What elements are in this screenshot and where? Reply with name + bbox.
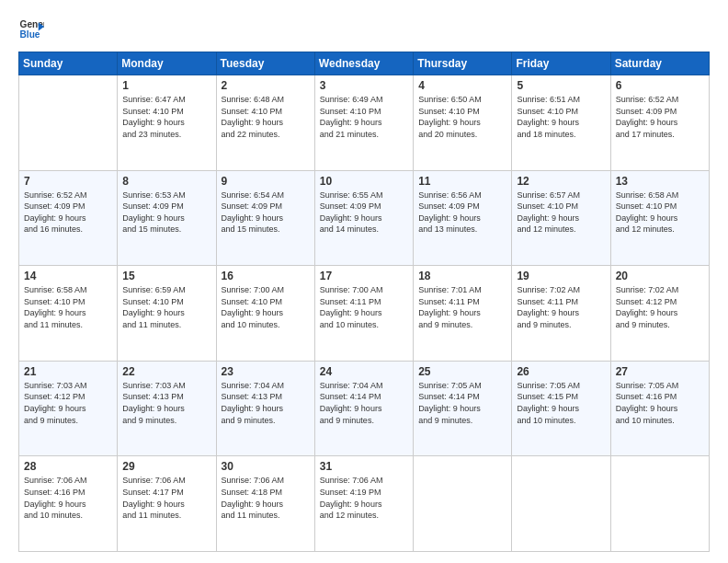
day-info: Sunrise: 7:00 AM Sunset: 4:10 PM Dayligh… [222, 284, 310, 330]
week-row-1: 1Sunrise: 6:47 AM Sunset: 4:10 PM Daylig… [19, 75, 710, 171]
day-number: 7 [24, 175, 112, 188]
calendar-cell: 28Sunrise: 7:06 AM Sunset: 4:16 PM Dayli… [19, 456, 118, 552]
day-number: 25 [418, 365, 506, 378]
day-number: 10 [320, 175, 408, 188]
day-number: 30 [222, 460, 310, 473]
calendar-cell: 10Sunrise: 6:55 AM Sunset: 4:09 PM Dayli… [314, 170, 413, 266]
calendar-cell: 6Sunrise: 6:52 AM Sunset: 4:09 PM Daylig… [610, 75, 709, 171]
page: General Blue SundayMondayTuesdayWednesda… [0, 0, 728, 563]
day-info: Sunrise: 6:51 AM Sunset: 4:10 PM Dayligh… [517, 94, 605, 140]
day-number: 6 [616, 79, 704, 92]
day-info: Sunrise: 6:50 AM Sunset: 4:10 PM Dayligh… [418, 94, 506, 140]
calendar-cell: 25Sunrise: 7:05 AM Sunset: 4:14 PM Dayli… [414, 361, 512, 456]
day-number: 22 [122, 365, 210, 378]
day-info: Sunrise: 6:52 AM Sunset: 4:09 PM Dayligh… [24, 190, 112, 236]
calendar-cell: 19Sunrise: 7:02 AM Sunset: 4:11 PM Dayli… [512, 266, 610, 362]
day-info: Sunrise: 7:06 AM Sunset: 4:18 PM Dayligh… [222, 475, 310, 521]
day-info: Sunrise: 6:59 AM Sunset: 4:10 PM Dayligh… [122, 284, 210, 330]
calendar-cell [414, 456, 512, 552]
calendar-cell: 30Sunrise: 7:06 AM Sunset: 4:18 PM Dayli… [216, 456, 314, 552]
weekday-header-thursday: Thursday [414, 52, 512, 75]
calendar-cell: 4Sunrise: 6:50 AM Sunset: 4:10 PM Daylig… [414, 75, 512, 171]
day-info: Sunrise: 6:55 AM Sunset: 4:09 PM Dayligh… [320, 190, 408, 236]
calendar-cell: 12Sunrise: 6:57 AM Sunset: 4:10 PM Dayli… [512, 170, 610, 266]
day-info: Sunrise: 7:03 AM Sunset: 4:12 PM Dayligh… [24, 380, 112, 426]
day-number: 19 [517, 270, 605, 282]
calendar-cell: 8Sunrise: 6:53 AM Sunset: 4:09 PM Daylig… [118, 170, 216, 266]
day-info: Sunrise: 7:05 AM Sunset: 4:16 PM Dayligh… [616, 380, 704, 426]
calendar-cell [19, 75, 118, 171]
day-info: Sunrise: 6:58 AM Sunset: 4:10 PM Dayligh… [616, 190, 704, 236]
header: General Blue [18, 17, 710, 42]
calendar-cell: 1Sunrise: 6:47 AM Sunset: 4:10 PM Daylig… [118, 75, 216, 171]
day-number: 29 [122, 460, 210, 473]
calendar-cell: 22Sunrise: 7:03 AM Sunset: 4:13 PM Dayli… [118, 361, 216, 456]
day-number: 11 [418, 175, 506, 188]
day-info: Sunrise: 7:01 AM Sunset: 4:11 PM Dayligh… [418, 284, 506, 330]
day-number: 16 [222, 270, 310, 282]
calendar-cell: 16Sunrise: 7:00 AM Sunset: 4:10 PM Dayli… [216, 266, 314, 362]
calendar-cell: 17Sunrise: 7:00 AM Sunset: 4:11 PM Dayli… [314, 266, 413, 362]
day-number: 12 [517, 175, 605, 188]
day-info: Sunrise: 7:05 AM Sunset: 4:15 PM Dayligh… [517, 380, 605, 426]
day-info: Sunrise: 6:56 AM Sunset: 4:09 PM Dayligh… [418, 190, 506, 236]
weekday-header-tuesday: Tuesday [216, 52, 314, 75]
day-number: 18 [418, 270, 506, 282]
day-info: Sunrise: 7:02 AM Sunset: 4:11 PM Dayligh… [517, 284, 605, 330]
day-number: 13 [616, 175, 704, 188]
weekday-header-saturday: Saturday [610, 52, 709, 75]
svg-text:Blue: Blue [20, 29, 40, 40]
day-number: 4 [418, 79, 506, 92]
logo-icon: General Blue [18, 17, 44, 42]
calendar-cell [512, 456, 610, 552]
calendar-cell: 23Sunrise: 7:04 AM Sunset: 4:13 PM Dayli… [216, 361, 314, 456]
day-info: Sunrise: 7:06 AM Sunset: 4:19 PM Dayligh… [320, 475, 408, 521]
day-number: 21 [24, 365, 112, 378]
day-number: 2 [222, 79, 310, 92]
day-number: 20 [616, 270, 704, 282]
calendar-cell: 5Sunrise: 6:51 AM Sunset: 4:10 PM Daylig… [512, 75, 610, 171]
weekday-header-sunday: Sunday [19, 52, 118, 75]
day-info: Sunrise: 7:00 AM Sunset: 4:11 PM Dayligh… [320, 284, 408, 330]
day-info: Sunrise: 6:54 AM Sunset: 4:09 PM Dayligh… [222, 190, 310, 236]
day-info: Sunrise: 6:57 AM Sunset: 4:10 PM Dayligh… [517, 190, 605, 236]
day-number: 5 [517, 79, 605, 92]
calendar-table: SundayMondayTuesdayWednesdayThursdayFrid… [18, 52, 710, 552]
day-info: Sunrise: 7:06 AM Sunset: 4:17 PM Dayligh… [122, 475, 210, 521]
calendar-cell: 13Sunrise: 6:58 AM Sunset: 4:10 PM Dayli… [610, 170, 709, 266]
day-number: 27 [616, 365, 704, 378]
weekday-header-friday: Friday [512, 52, 610, 75]
weekday-header-monday: Monday [118, 52, 216, 75]
day-number: 8 [122, 175, 210, 188]
week-row-2: 7Sunrise: 6:52 AM Sunset: 4:09 PM Daylig… [19, 170, 710, 266]
calendar-cell: 29Sunrise: 7:06 AM Sunset: 4:17 PM Dayli… [118, 456, 216, 552]
day-number: 3 [320, 79, 408, 92]
calendar-cell: 26Sunrise: 7:05 AM Sunset: 4:15 PM Dayli… [512, 361, 610, 456]
day-info: Sunrise: 6:49 AM Sunset: 4:10 PM Dayligh… [320, 94, 408, 140]
day-info: Sunrise: 6:58 AM Sunset: 4:10 PM Dayligh… [24, 284, 112, 330]
weekday-header-wednesday: Wednesday [314, 52, 413, 75]
calendar-cell: 24Sunrise: 7:04 AM Sunset: 4:14 PM Dayli… [314, 361, 413, 456]
day-info: Sunrise: 7:02 AM Sunset: 4:12 PM Dayligh… [616, 284, 704, 330]
week-row-3: 14Sunrise: 6:58 AM Sunset: 4:10 PM Dayli… [19, 266, 710, 362]
calendar-cell: 7Sunrise: 6:52 AM Sunset: 4:09 PM Daylig… [19, 170, 118, 266]
day-info: Sunrise: 6:52 AM Sunset: 4:09 PM Dayligh… [616, 94, 704, 140]
day-number: 26 [517, 365, 605, 378]
week-row-5: 28Sunrise: 7:06 AM Sunset: 4:16 PM Dayli… [19, 456, 710, 552]
calendar-cell [610, 456, 709, 552]
day-info: Sunrise: 7:03 AM Sunset: 4:13 PM Dayligh… [122, 380, 210, 426]
calendar-cell: 3Sunrise: 6:49 AM Sunset: 4:10 PM Daylig… [314, 75, 413, 171]
day-number: 1 [122, 79, 210, 92]
day-info: Sunrise: 7:06 AM Sunset: 4:16 PM Dayligh… [24, 475, 112, 521]
day-info: Sunrise: 7:04 AM Sunset: 4:13 PM Dayligh… [222, 380, 310, 426]
day-number: 15 [122, 270, 210, 282]
day-number: 28 [24, 460, 112, 473]
logo: General Blue [18, 17, 44, 42]
day-number: 23 [222, 365, 310, 378]
calendar-cell: 27Sunrise: 7:05 AM Sunset: 4:16 PM Dayli… [610, 361, 709, 456]
day-info: Sunrise: 7:05 AM Sunset: 4:14 PM Dayligh… [418, 380, 506, 426]
week-row-4: 21Sunrise: 7:03 AM Sunset: 4:12 PM Dayli… [19, 361, 710, 456]
calendar-cell: 2Sunrise: 6:48 AM Sunset: 4:10 PM Daylig… [216, 75, 314, 171]
day-info: Sunrise: 6:53 AM Sunset: 4:09 PM Dayligh… [122, 190, 210, 236]
day-number: 9 [222, 175, 310, 188]
